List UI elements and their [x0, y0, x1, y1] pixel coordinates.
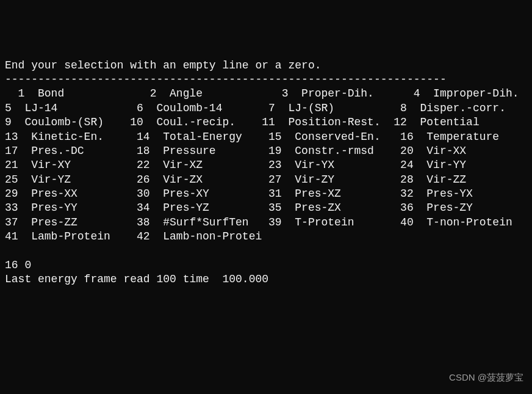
- status-line: Last energy frame read 100 time 100.000: [5, 273, 268, 285]
- terminal-output: End your selection with an empty line or…: [5, 59, 527, 287]
- prompt-line: End your selection with an empty line or…: [5, 59, 321, 71]
- options-list: 1 Bond 2 Angle 3 Proper-Dih. 4 Improper-…: [5, 87, 532, 243]
- watermark: CSDN @菠菠萝宝: [449, 371, 523, 384]
- separator-line: ----------------------------------------…: [5, 73, 447, 86]
- user-input[interactable]: 16 0: [5, 259, 31, 271]
